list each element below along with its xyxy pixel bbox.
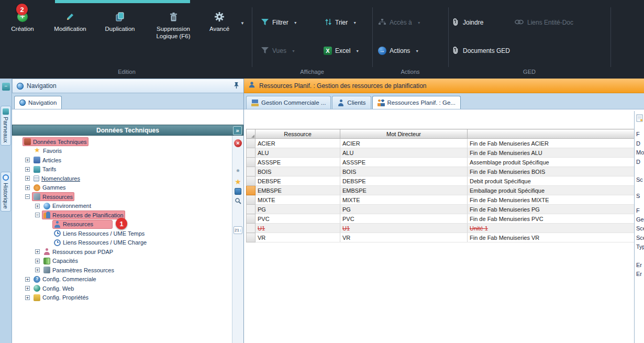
tree-item-parametres-ressources[interactable]: +Paramètres Ressources (12, 265, 232, 275)
tree-item-config-proprietes[interactable]: +Config. Propriétés (12, 293, 232, 303)
cell[interactable]: Unité 1 (468, 224, 635, 233)
cell[interactable]: Debit produit Spécifique (468, 176, 635, 186)
cell[interactable]: VR (340, 233, 468, 242)
cell[interactable]: ACIER (340, 139, 468, 148)
row-selector[interactable] (247, 139, 256, 148)
tree-item-config-commerciale[interactable]: +Config. Commerciale (12, 275, 232, 284)
tab-navigation[interactable]: Navigation (14, 96, 62, 109)
cell[interactable]: Fin de Fab Menuiseries MIXTE (468, 195, 635, 205)
collapse-icon[interactable]: − (35, 213, 40, 217)
suppression-button[interactable]: Suppression Logique (F6) (148, 12, 199, 40)
table-row-acier[interactable]: ACIERACIERFin de Fab Menuiseries ACIER (247, 139, 635, 148)
current-row-indicator[interactable] (247, 186, 256, 195)
tree-item-nomenclatures[interactable]: +Nomenclatures (12, 174, 232, 183)
cell[interactable]: Fin de Fab Menuiseries PVC (468, 214, 635, 224)
close-all-button[interactable]: × (234, 139, 242, 148)
collapse-tree-button[interactable]: * (234, 167, 242, 176)
joindre-button[interactable]: Joindre (451, 17, 483, 28)
column-header-ressource[interactable]: Ressource (256, 129, 340, 139)
duplication-button[interactable]: Duplication (97, 12, 142, 32)
cell[interactable]: Assemblage produit Spécifique (468, 158, 635, 167)
actions-button[interactable]: → Actions ▼ (378, 45, 419, 57)
tree-item-liens-ressources-ume-temps[interactable]: Liens Ressources / UME Temps (12, 229, 232, 238)
cell[interactable]: MIXTE (340, 195, 468, 205)
table-row-pvc[interactable]: PVCPVCFin de Fab Menuiseries PVC (247, 214, 635, 224)
cell[interactable]: ALU (340, 148, 468, 158)
collapse-chevron-button[interactable]: » (233, 126, 242, 135)
cell[interactable]: EMBSPE (340, 186, 468, 195)
tab-clients[interactable]: Clients (332, 96, 371, 109)
expand-icon[interactable]: + (25, 286, 30, 291)
column-header-mot-directeur[interactable]: Mot Directeur (340, 129, 468, 139)
row-selector[interactable] (247, 148, 256, 158)
cell[interactable]: BOIS (340, 167, 468, 176)
row-selector[interactable] (247, 233, 256, 242)
tree-item-environnement[interactable]: +Environnement (12, 202, 232, 211)
row-selector[interactable] (247, 205, 256, 214)
table-row-pg[interactable]: PGPGFin de Fab Menuiseries PG (247, 205, 635, 214)
avance-button[interactable]: Avancé (204, 12, 235, 32)
cell[interactable]: PVC (256, 214, 340, 224)
expand-icon[interactable]: + (25, 295, 30, 300)
cell[interactable]: Fin de Fab Menuiseries VR (468, 233, 635, 242)
cell[interactable]: PG (340, 205, 468, 214)
trier-button[interactable]: Trier ▼ (325, 17, 357, 28)
tab-ressources-planif-ge[interactable]: Ressources Planif. : Ge... (372, 96, 461, 109)
expand-icon[interactable]: + (35, 259, 40, 263)
table-row-assspe[interactable]: ASSSPEASSSPEAssemblage produit Spécifiqu… (247, 158, 635, 167)
tree-item-liens-ressources-ume-charge[interactable]: Liens Ressources / UME Charge (12, 238, 232, 248)
tree-item-ressources-pour-pdap[interactable]: +Ressources pour PDAP (12, 247, 232, 257)
expand-icon[interactable]: + (35, 249, 40, 254)
expand-icon[interactable]: + (25, 277, 30, 282)
cell[interactable]: ASSSPE (256, 158, 340, 167)
expand-icon[interactable]: + (35, 204, 40, 208)
tree-item-ressources[interactable]: −Ressources (12, 192, 232, 202)
favorites-button[interactable]: ★ (234, 177, 242, 186)
expand-icon[interactable]: + (25, 167, 30, 172)
excel-button[interactable]: X Excel ▼ (324, 45, 359, 57)
cell[interactable]: DEBSPE (256, 176, 340, 186)
cell[interactable]: ACIER (256, 139, 340, 148)
cell[interactable]: Fin de Fab Menuiseries ALU (468, 148, 635, 158)
row-selector[interactable] (247, 214, 256, 224)
cell[interactable]: Emballage produit Spécifique (468, 186, 635, 195)
row-selector[interactable] (247, 167, 256, 176)
row-selector[interactable] (247, 224, 256, 233)
grid-corner-cell[interactable] (247, 129, 256, 139)
cell[interactable]: ALU (256, 148, 340, 158)
cell[interactable]: U1 (340, 224, 468, 233)
tree-item-articles[interactable]: +Articles (12, 156, 232, 165)
search-button[interactable] (234, 197, 242, 206)
cell[interactable]: U1 (256, 224, 340, 233)
tree-item-capacites[interactable]: +Capacités (12, 257, 232, 266)
table-row-u1[interactable]: U1U1Unité 1 (247, 224, 635, 233)
documents-ged-button[interactable]: Documents GED (451, 45, 510, 57)
cell[interactable]: BOIS (256, 167, 340, 176)
table-row-bois[interactable]: BOISBOISFin de Fab Menuiseries BOIS (247, 167, 635, 176)
table-row-mixte[interactable]: MIXTEMIXTEFin de Fab Menuiseries MIXTE (247, 195, 635, 205)
avance-dropdown-icon[interactable]: ▼ (240, 21, 245, 26)
panel-view-button[interactable] (234, 187, 242, 196)
tab-gestion-commerciale[interactable]: Gestion Commerciale ... (246, 96, 331, 109)
cell[interactable]: DEBSPE (340, 176, 468, 186)
table-row-debspe[interactable]: DEBSPEDEBSPEDebit produit Spécifique (247, 176, 635, 186)
cell[interactable]: PG (256, 205, 340, 214)
actions-dropdown-icon[interactable]: ▼ (415, 49, 419, 53)
cell[interactable]: Fin de Fab Menuiseries ACIER (468, 139, 635, 148)
cell[interactable]: Fin de Fab Menuiseries BOIS (468, 167, 635, 176)
cell[interactable]: ASSSPE (340, 158, 468, 167)
expand-icon[interactable]: + (25, 176, 30, 181)
collapse-icon[interactable]: − (25, 194, 30, 199)
tree-item-favoris[interactable]: Favoris (12, 147, 232, 156)
table-row-alu[interactable]: ALUALUFin de Fab Menuiseries ALU (247, 148, 635, 158)
filtrer-button[interactable]: Filtrer ▼ (261, 17, 297, 28)
tree-item-config-web[interactable]: +Config. Web (12, 284, 232, 293)
side-tab-panneaux[interactable]: Panneaux (1, 106, 11, 146)
column-header[interactable] (468, 129, 635, 139)
row-selector[interactable] (247, 195, 256, 205)
sort-numeric-button[interactable]: 21 (234, 226, 242, 235)
expand-icon[interactable]: + (25, 158, 30, 162)
trier-dropdown-icon[interactable]: ▼ (353, 21, 357, 25)
tree-item-gammes[interactable]: +Gammes (12, 183, 232, 193)
cell[interactable]: Fin de Fab Menuiseries PG (468, 205, 635, 214)
